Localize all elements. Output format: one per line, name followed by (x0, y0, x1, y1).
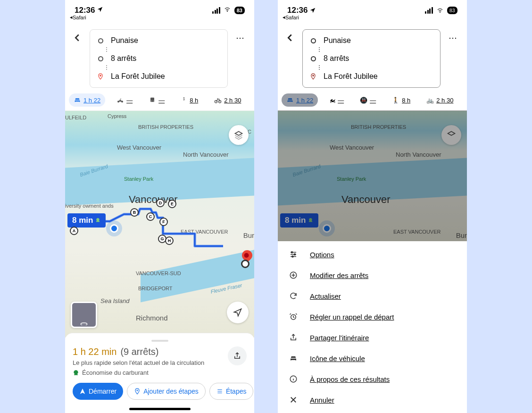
more-button[interactable]: ⋯ (232, 29, 249, 46)
svg-point-4 (151, 101, 151, 101)
back-button[interactable] (69, 29, 86, 46)
plus-circle-icon (288, 271, 299, 279)
map-canvas[interactable]: Cypress ULFEILD BRITISH PROPERTIES LYNN … (65, 111, 254, 337)
recenter-button[interactable] (227, 302, 249, 323)
mode-car[interactable]: 1 h 22 (69, 93, 105, 107)
transport-mode-bar: 1 h 22 — — 8 h 2 h 30 — (65, 92, 254, 111)
svg-rect-3 (150, 98, 154, 102)
menu-vehicle-icon[interactable]: Icône de véhicule (278, 348, 467, 369)
refresh-icon (288, 292, 299, 300)
steps-button[interactable]: Étapes (209, 383, 254, 400)
sheet-stops: (9 arrêts) (120, 346, 158, 357)
route-summary-box[interactable]: Punaise 8 arrêts La Forêt Jubilee (90, 29, 228, 88)
waypoint-c: C (146, 212, 155, 221)
waypoint-a: A (70, 227, 78, 235)
mode-motorcycle[interactable]: — (112, 93, 137, 107)
sheet-subtitle: Le plus rapide selon l'état actuel de la… (73, 359, 204, 366)
sheet-duration: 1 h 22 min (73, 346, 116, 357)
route-time-badge: 8 min (67, 213, 106, 228)
sliders-icon (288, 250, 299, 259)
waypoint-b: B (130, 208, 139, 217)
waypoint-h: H (165, 236, 174, 245)
sheet-grabber[interactable] (151, 340, 168, 342)
alarm-icon (288, 312, 299, 321)
menu-about[interactable]: À propos de ces résultats (278, 369, 467, 389)
home-indicator (129, 408, 191, 410)
svg-point-11 (291, 252, 293, 253)
menu-share[interactable]: Partager l'itinéraire (278, 327, 467, 348)
start-button[interactable]: Démarrer (73, 383, 123, 400)
current-location-dot (110, 224, 118, 233)
menu-cancel[interactable]: Annuler (278, 389, 467, 410)
phone-right: 12:36 83 ◂ Safari Punaise 8 arrêts La Fo… (278, 0, 467, 413)
menu-edit-stops[interactable]: Modifier des arrêts (278, 265, 467, 286)
menu-reminder[interactable]: Régler un rappel de départ (278, 306, 467, 327)
context-menu: Options Modifier des arrêts Actualiser R… (278, 241, 467, 413)
bottom-sheet[interactable]: 1 h 22 min (9 arrêts) Le plus rapide sel… (65, 333, 254, 406)
safari-back-link[interactable]: ◂ Safari (70, 14, 86, 20)
waypoint-e: E (168, 200, 176, 208)
battery-indicator: 83 (234, 7, 245, 14)
add-steps-button[interactable]: Ajouter des étapes (127, 383, 206, 400)
signal-icon (212, 7, 220, 14)
location-arrow-icon (97, 6, 103, 15)
status-bar: 12:36 83 (278, 0, 467, 21)
svg-point-6 (183, 97, 184, 98)
mode-rideshare[interactable]: — (252, 93, 254, 107)
layers-button[interactable] (229, 125, 249, 145)
svg-point-5 (153, 101, 153, 101)
mode-bike[interactable]: 2 h 30 (209, 93, 246, 107)
share-button[interactable] (228, 346, 247, 365)
info-icon (288, 375, 299, 383)
svg-point-12 (294, 254, 296, 255)
route-origin: Punaise (111, 36, 138, 45)
status-bar: 12:36 83 (65, 0, 254, 21)
svg-point-0 (100, 75, 101, 76)
route-stops-count: 8 arrêts (111, 54, 136, 63)
street-view-thumbnail[interactable] (71, 302, 97, 328)
eco-label: Économise du carburant (82, 369, 149, 376)
waypoint-d: D (156, 199, 165, 207)
phone-left: 12:36 83 ◂ Safari Punaise (65, 0, 254, 413)
destination-ring (241, 260, 249, 268)
svg-point-13 (292, 256, 293, 257)
menu-options[interactable]: Options (278, 244, 467, 265)
share-icon (288, 333, 299, 342)
mode-walk[interactable]: 8 h (176, 93, 203, 107)
waypoint-f: F (159, 218, 168, 226)
menu-refresh[interactable]: Actualiser (278, 286, 467, 306)
status-time: 12:36 (75, 6, 95, 15)
svg-point-10 (313, 75, 314, 76)
car-icon (288, 354, 299, 362)
close-icon (288, 396, 299, 404)
mode-transit[interactable]: — (144, 93, 169, 107)
route-destination: La Forêt Jubilee (111, 72, 165, 81)
wifi-icon (223, 6, 232, 15)
